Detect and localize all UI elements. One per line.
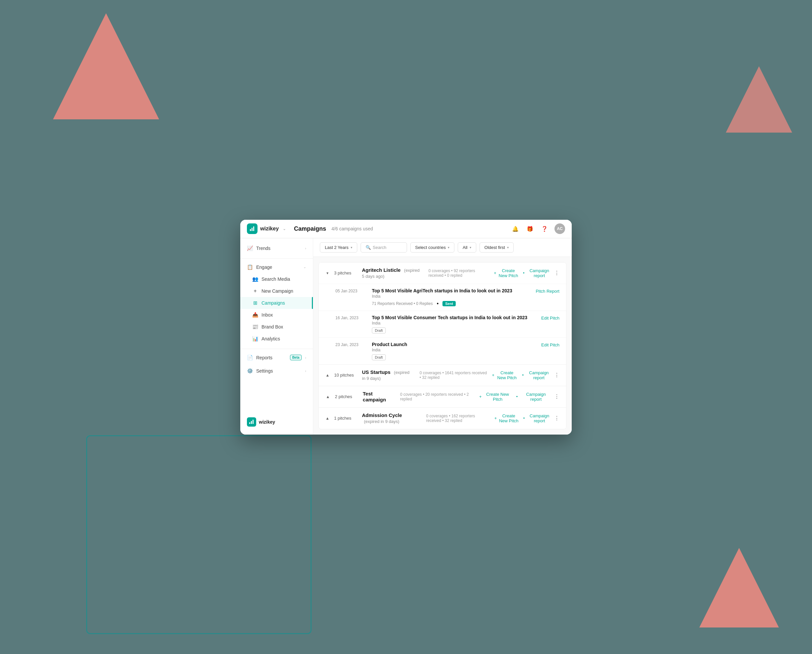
inbox-icon: 📥 [252,312,258,318]
countries-chevron-icon: ▾ [448,246,449,249]
logo-area[interactable]: wizikey ⌄ [247,223,286,234]
sidebar-item-settings[interactable]: ⚙️ Settings › [240,365,313,377]
pitch-title-1: Top 5 Most Visible AgriTech startups in … [372,288,529,293]
group-pitches-1: 3 pitches [334,270,357,275]
pitch-country-1: India [372,294,529,299]
pitch-tags-3: Draft [372,355,534,360]
engage-chevron-icon: ⌄ [303,265,306,269]
gift-icon[interactable]: 🎁 [525,224,534,233]
group-toggle-2[interactable]: ▲ [325,373,330,377]
sidebar-divider-2 [240,349,313,349]
group-more-btn-4[interactable]: ⋮ [554,415,559,421]
sidebar-analytics-label: Analytics [261,336,306,341]
search-placeholder: Search [373,245,386,250]
all-filter-button[interactable]: All ▾ [458,242,476,252]
group-more-btn-2[interactable]: ⋮ [554,372,559,378]
sidebar-new-campaign-label: New Campaign [261,288,306,294]
group-name-1: Agritech Listicle [362,267,401,273]
sidebar-item-engage[interactable]: 📋 Engage ⌄ [240,261,313,273]
topbar-title-area: Campaigns 4/6 campaigns used [294,225,511,232]
sidebar-search-media-label: Search Media [261,277,306,282]
group-meta-4: 0 coverages • 162 reporters received • 3… [426,414,490,423]
page-title: Campaigns [294,225,326,232]
date-filter-button[interactable]: Last 2 Years ▾ [320,242,357,252]
campaign-group-header-4[interactable]: ▲ 1 pitches Admission Cycle (expired in … [319,408,566,429]
sidebar-divider-1 [240,258,313,258]
pitch-status-tag-3: Draft [372,355,386,360]
sidebar-item-analytics[interactable]: 📊 Analytics [240,333,313,345]
notification-icon[interactable]: 🔔 [511,224,520,233]
svg-rect-2 [253,226,254,231]
campaign-group-1: ▾ 3 pitches Agritech Listicle (expired 5… [319,263,566,365]
create-pitch-btn-3[interactable]: + Create New Pitch [479,392,512,402]
search-media-icon: 👥 [252,276,258,282]
search-button[interactable]: 🔍 Search [360,242,407,252]
topbar-actions: 🔔 🎁 ❓ AC [511,223,565,234]
group-more-btn-3[interactable]: ⋮ [554,393,559,400]
sidebar-item-inbox[interactable]: 📥 Inbox [240,309,313,321]
group-actions-3: + Create New Pitch • Campaign report ⋮ [479,392,559,402]
help-icon[interactable]: ❓ [540,224,549,233]
campaigns-icon: ⊞ [252,300,258,306]
campaign-group-header-1[interactable]: ▾ 3 pitches Agritech Listicle (expired 5… [319,263,566,284]
sort-label: Oldest first [485,245,505,250]
campaign-group-header-3[interactable]: ▲ 2 pitches Test campaign 0 coverages • … [319,386,566,407]
group-pitches-2: 10 pitches [334,373,357,377]
sidebar-bottom-logo[interactable]: wizikey [240,413,313,431]
separator-2: • [522,373,524,377]
avatar[interactable]: AC [554,223,565,234]
group-expiry-4: (expired in 9 days) [364,419,399,424]
settings-chevron-icon: › [305,369,306,373]
pitch-action-btn-2[interactable]: Edit Pitch [541,315,559,321]
sidebar-item-trends[interactable]: 📈 Trends › [240,242,313,254]
pitch-info-3: Product Launch India Draft [372,342,534,360]
pitch-row-3: 23 Jan, 2023 Product Launch India Draft … [319,338,566,364]
pitch-info-1: Top 5 Most Visible AgriTech startups in … [372,288,529,307]
pitch-country-2: India [372,321,534,325]
campaign-report-btn-2[interactable]: Campaign report [528,370,550,380]
group-meta-1: 0 coverages • 92 reporters received • 0 … [429,269,489,278]
sidebar-item-reports[interactable]: 📄 Reports Beta › [240,352,313,364]
sidebar-item-search-media[interactable]: 👥 Search Media [240,273,313,285]
logo-chevron-icon[interactable]: ⌄ [283,226,286,231]
campaign-report-btn-4[interactable]: Campaign report [529,413,550,423]
pitch-tags-1: 71 Reporters Received • 0 Replies • Sent [372,301,529,307]
sidebar-brand-box-label: Brand Box [261,324,306,330]
campaign-report-btn-3[interactable]: Campaign report [522,392,550,402]
countries-filter-button[interactable]: Select countries ▾ [410,242,455,252]
all-chevron-icon: ▾ [470,246,471,249]
pitch-date-1: 05 Jan 2023 [336,288,365,293]
pitch-row-1: 05 Jan 2023 Top 5 Most Visible AgriTech … [319,284,566,310]
date-filter-chevron-icon: ▾ [351,246,352,249]
pitch-title-3: Product Launch [372,342,534,347]
main-layout: 📈 Trends › 📋 Engage ⌄ 👥 Search Media + [240,238,572,435]
sidebar-item-campaigns[interactable]: ⊞ Campaigns [240,297,313,309]
group-meta-3: 0 coverages • 20 reporters received • 2 … [400,392,474,402]
create-pitch-btn-2[interactable]: + Create New Pitch [492,370,518,380]
sort-button[interactable]: Oldest first ▾ [479,242,514,252]
plus-icon-3: + [479,394,482,399]
date-filter-label: Last 2 Years [325,245,349,250]
campaign-group-header-2[interactable]: ▲ 10 pitches US Startups (expired in 9 d… [319,365,566,386]
plus-icon-2: + [492,373,495,377]
sidebar-item-new-campaign[interactable]: + New Campaign [240,285,313,297]
campaign-group-3: ▲ 2 pitches Test campaign 0 coverages • … [319,386,566,408]
create-pitch-btn-4[interactable]: + Create New Pitch [495,413,519,423]
sidebar-item-brand-box[interactable]: 📰 Brand Box [240,321,313,333]
sidebar-trends-label: Trends [256,246,302,251]
sidebar-section-engage: 📋 Engage ⌄ 👥 Search Media + New Campaign… [240,261,313,345]
pitch-row-2: 16 Jan, 2023 Top 5 Most Visible Consumer… [319,310,566,338]
group-toggle-4[interactable]: ▲ [325,416,330,421]
svg-rect-1 [252,228,253,231]
trends-chevron-icon: › [305,246,306,250]
group-toggle-3[interactable]: ▲ [325,394,330,399]
pitch-action-btn-1[interactable]: Pitch Report [536,288,559,294]
create-pitch-btn-1[interactable]: + Create New Pitch [494,268,519,278]
pitch-action-btn-3[interactable]: Edit Pitch [541,342,559,347]
group-name-2: US Startups [362,369,391,375]
sidebar-reports-label: Reports [256,355,287,360]
group-toggle-1[interactable]: ▾ [325,271,330,275]
search-icon: 🔍 [366,245,371,250]
campaign-report-btn-1[interactable]: Campaign report [529,268,550,278]
group-more-btn-1[interactable]: ⋮ [554,270,559,276]
